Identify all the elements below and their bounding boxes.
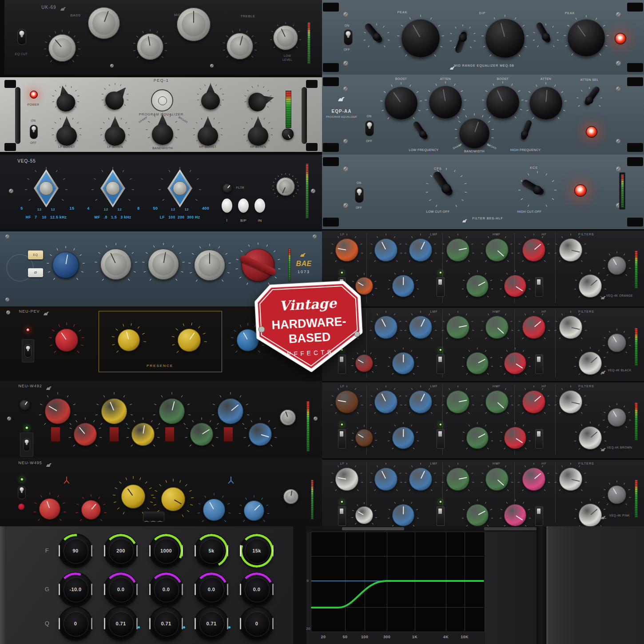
- veq4k-slide-switch[interactable]: [535, 429, 543, 449]
- veq4k-top-knob[interactable]: [409, 468, 432, 491]
- bae-hf-knob[interactable]: [52, 252, 79, 278]
- w495-lf-gain[interactable]: [81, 500, 101, 520]
- veq4k-top-knob[interactable]: [559, 390, 582, 413]
- peq1-power-toggle[interactable]: [30, 125, 38, 139]
- peq1-top-knob[interactable]: [201, 83, 220, 110]
- veq4k-bottom-knob[interactable]: [466, 427, 489, 449]
- neupev-presence-knob1[interactable]: [118, 329, 140, 351]
- veq55-button[interactable]: [222, 199, 232, 213]
- w492-red-switch[interactable]: [109, 427, 119, 442]
- w492-input-knob[interactable]: [20, 400, 30, 410]
- veq55-fltr-knob[interactable]: [223, 183, 232, 193]
- uk69-knob-2[interactable]: [137, 33, 163, 60]
- w495-lf-freq[interactable]: [39, 498, 60, 520]
- veq4k-bottom-knob[interactable]: [579, 504, 602, 527]
- meq5b-peak2-knob[interactable]: [568, 19, 605, 56]
- veq55-band-knob[interactable]: [34, 169, 59, 207]
- veq4k-bottom-knob[interactable]: [355, 429, 373, 447]
- eq-knob[interactable]: 0.0: [195, 573, 227, 605]
- uk69-bass-knob[interactable]: [88, 7, 120, 39]
- bae-mid-knob[interactable]: [148, 249, 179, 280]
- veq4k-slide-switch[interactable]: [437, 277, 445, 297]
- veq4k-top-knob[interactable]: [374, 468, 398, 491]
- veq4k-bottom-knob[interactable]: [466, 504, 489, 526]
- eq-knob[interactable]: 0.0: [150, 573, 182, 605]
- eqpaa-knob[interactable]: [529, 87, 562, 119]
- eq-knob[interactable]: 1000: [150, 535, 182, 567]
- w495-hf-gain[interactable]: [244, 501, 264, 521]
- eq-cut-toggle[interactable]: [17, 29, 26, 45]
- veq55-band-knob[interactable]: [100, 169, 125, 207]
- veq4k-top-knob[interactable]: [446, 239, 469, 262]
- veq4k-bottom-knob[interactable]: [579, 352, 602, 375]
- peq1-gain-knob[interactable]: [282, 128, 294, 140]
- neupev-toggle[interactable]: [24, 344, 32, 357]
- veq4k-output-knob[interactable]: [608, 334, 626, 352]
- w495-rocker[interactable]: [143, 512, 164, 521]
- veq4k-top-knob[interactable]: [335, 390, 358, 413]
- veq4k-bottom-knob[interactable]: [466, 275, 489, 297]
- eq-knob[interactable]: -10.0: [60, 573, 91, 605]
- veq4k-top-knob[interactable]: [446, 390, 469, 413]
- w492-gain-knob[interactable]: [280, 409, 296, 425]
- veq4k-top-knob[interactable]: [409, 316, 432, 339]
- eq-knob[interactable]: 90: [60, 535, 91, 567]
- toolbar-button[interactable]: [484, 527, 537, 530]
- veq4k-top-knob[interactable]: [485, 390, 509, 413]
- w492-bottom-knob[interactable]: [249, 423, 272, 446]
- w492-red-switch[interactable]: [165, 427, 175, 442]
- veq4k-bottom-knob[interactable]: [579, 274, 602, 298]
- veq4k-bottom-knob[interactable]: [504, 352, 526, 374]
- veq4k-top-knob[interactable]: [559, 239, 582, 262]
- veq4k-top-knob[interactable]: [446, 468, 469, 491]
- veq4k-slide-switch[interactable]: [535, 354, 543, 374]
- w495-toggle[interactable]: [18, 486, 25, 500]
- veq4k-top-knob[interactable]: [335, 239, 358, 262]
- veq4k-bottom-knob[interactable]: [392, 427, 414, 449]
- veq4k-slide-switch[interactable]: [437, 429, 445, 449]
- peq1-bottom-knob[interactable]: [104, 117, 126, 146]
- veq4k-bottom-knob[interactable]: [579, 426, 602, 449]
- w492-bottom-knob[interactable]: [74, 423, 97, 446]
- veq4k-bottom-knob[interactable]: [355, 506, 373, 524]
- w492-top-knob[interactable]: [159, 398, 185, 424]
- veq55-button[interactable]: [254, 199, 265, 213]
- meq5b-dip-knob[interactable]: [485, 19, 525, 58]
- veq4k-top-knob[interactable]: [485, 239, 509, 262]
- veq55-gain-knob[interactable]: [276, 177, 295, 196]
- w492-bottom-knob[interactable]: [131, 423, 155, 446]
- eq-knob[interactable]: 5k: [195, 535, 227, 567]
- veq4k-bottom-knob[interactable]: [392, 275, 414, 297]
- veq4k-top-knob[interactable]: [522, 468, 545, 491]
- w492-bottom-knob[interactable]: [190, 423, 213, 446]
- veq4k-top-knob[interactable]: [522, 239, 545, 262]
- veq4k-bottom-knob[interactable]: [504, 504, 526, 526]
- veq4k-bottom-knob[interactable]: [392, 352, 414, 374]
- veq4k-slide-switch[interactable]: [535, 277, 543, 297]
- veq4k-bottom-knob[interactable]: [504, 427, 526, 449]
- eqpaa-toggle[interactable]: [365, 120, 374, 136]
- eq-knob[interactable]: 200: [105, 535, 137, 567]
- veq4k-top-knob[interactable]: [485, 468, 509, 491]
- veq4k-bottom-knob[interactable]: [466, 352, 489, 374]
- eq-knob[interactable]: 0.71: [105, 608, 137, 640]
- veq4k-top-knob[interactable]: [374, 316, 398, 339]
- veq4k-top-knob[interactable]: [559, 468, 582, 491]
- peq1-bandwidth-knob[interactable]: [151, 114, 174, 145]
- veq55-band-knob[interactable]: [167, 169, 192, 207]
- veq4k-top-knob[interactable]: [522, 390, 545, 413]
- veq4k-top-knob[interactable]: [559, 316, 582, 339]
- veq4k-top-knob[interactable]: [522, 316, 545, 339]
- uk69-knob-3[interactable]: [227, 33, 253, 60]
- veq4k-top-knob[interactable]: [374, 239, 398, 262]
- peq1-bottom-knob[interactable]: [247, 117, 269, 146]
- neupev-presence-knob2[interactable]: [178, 329, 201, 352]
- w492-toggle[interactable]: [23, 438, 30, 451]
- bae-mid-knob[interactable]: [194, 250, 225, 281]
- w495-hf-freq[interactable]: [203, 499, 225, 521]
- bae-mid-knob[interactable]: [100, 249, 131, 280]
- uk69-knob-1[interactable]: [48, 34, 76, 62]
- w492-top-knob[interactable]: [45, 398, 71, 424]
- veq4k-output-knob[interactable]: [608, 408, 626, 427]
- veq55-button[interactable]: [238, 199, 249, 213]
